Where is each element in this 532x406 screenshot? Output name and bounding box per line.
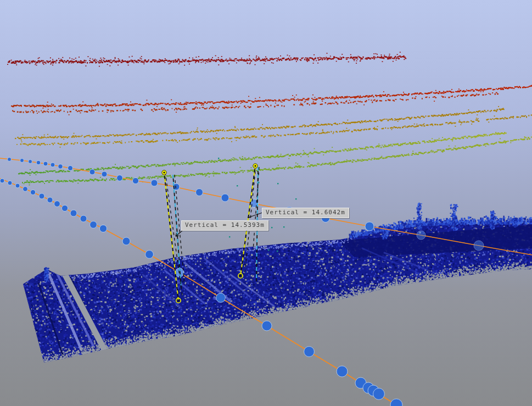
point-cloud-viewport[interactable]: Vertical = 14.5393m Vertical = 14.6042m: [0, 0, 532, 406]
measurement-tooltip-1: Vertical = 14.5393m: [181, 220, 268, 231]
viewport-canvas[interactable]: [0, 0, 532, 406]
measurement-value-1: Vertical = 14.5393m: [185, 221, 265, 229]
measurement-tooltip-2: Vertical = 14.6042m: [262, 208, 349, 218]
measurement-value-2: Vertical = 14.6042m: [266, 209, 345, 216]
